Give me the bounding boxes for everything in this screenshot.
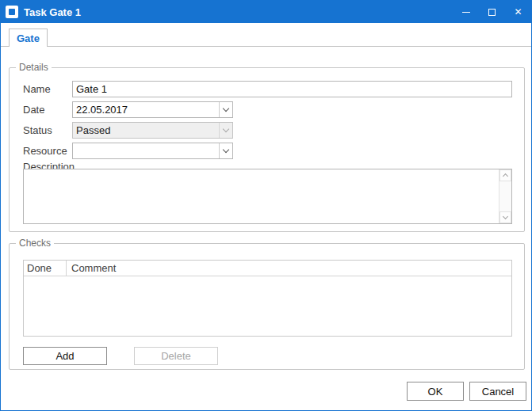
checks-table-header: Done Comment	[24, 261, 511, 276]
details-group-legend: Details	[16, 62, 52, 74]
column-header-comment[interactable]: Comment	[67, 261, 511, 276]
date-label: Date	[23, 104, 44, 116]
description-scrollbar[interactable]	[499, 169, 511, 223]
chevron-down-icon	[223, 147, 229, 153]
chevron-down-icon	[503, 214, 508, 219]
resource-dropdown-button[interactable]	[219, 143, 232, 158]
close-icon: ✕	[514, 6, 522, 17]
add-button[interactable]: Add	[23, 347, 107, 365]
cancel-button[interactable]: Cancel	[469, 382, 526, 401]
status-dropdown-button	[219, 123, 232, 138]
name-input[interactable]	[72, 81, 512, 97]
status-combobox: Passed	[72, 122, 233, 139]
app-icon	[6, 6, 18, 18]
column-header-done[interactable]: Done	[24, 261, 67, 276]
scroll-down-button[interactable]	[499, 211, 511, 223]
checks-table[interactable]: Done Comment	[23, 260, 512, 337]
resource-combobox[interactable]	[72, 143, 233, 159]
resource-value	[73, 143, 219, 158]
chevron-down-icon	[223, 126, 229, 132]
description-value	[24, 169, 499, 223]
date-value: 22.05.2017	[73, 102, 219, 117]
chevron-down-icon	[223, 105, 229, 112]
checks-table-body[interactable]	[24, 276, 511, 337]
description-textarea[interactable]	[23, 169, 512, 224]
tab-gate[interactable]: Gate	[9, 29, 48, 47]
checks-group-legend: Checks	[16, 238, 54, 249]
ok-button[interactable]: OK	[407, 382, 464, 401]
tab-page-border	[1, 46, 531, 47]
delete-button-label: Delete	[161, 350, 191, 362]
app-icon-glyph	[9, 9, 15, 15]
scroll-up-button[interactable]	[499, 169, 511, 181]
title-bar[interactable]: Task Gate 1 ✕	[1, 1, 531, 23]
window-controls: ✕	[453, 1, 531, 23]
name-label: Name	[23, 83, 51, 95]
date-combobox[interactable]: 22.05.2017	[72, 101, 233, 118]
add-button-label: Add	[55, 350, 74, 362]
maximize-icon	[488, 9, 496, 16]
dialog-window: Task Gate 1 ✕ Gate Details Name Date 22.…	[0, 0, 532, 411]
chevron-up-icon	[503, 173, 508, 179]
maximize-button[interactable]	[479, 1, 505, 23]
minimize-icon	[462, 12, 470, 13]
ok-button-label: OK	[428, 386, 443, 398]
close-button[interactable]: ✕	[505, 1, 531, 23]
tab-gate-label: Gate	[17, 32, 40, 44]
status-label: Status	[23, 124, 52, 136]
minimize-button[interactable]	[453, 1, 479, 23]
date-dropdown-button[interactable]	[219, 102, 232, 117]
resource-label: Resource	[23, 145, 67, 157]
cancel-button-label: Cancel	[482, 386, 514, 398]
delete-button: Delete	[134, 347, 218, 365]
window-title: Task Gate 1	[24, 6, 81, 18]
status-value: Passed	[73, 123, 219, 138]
